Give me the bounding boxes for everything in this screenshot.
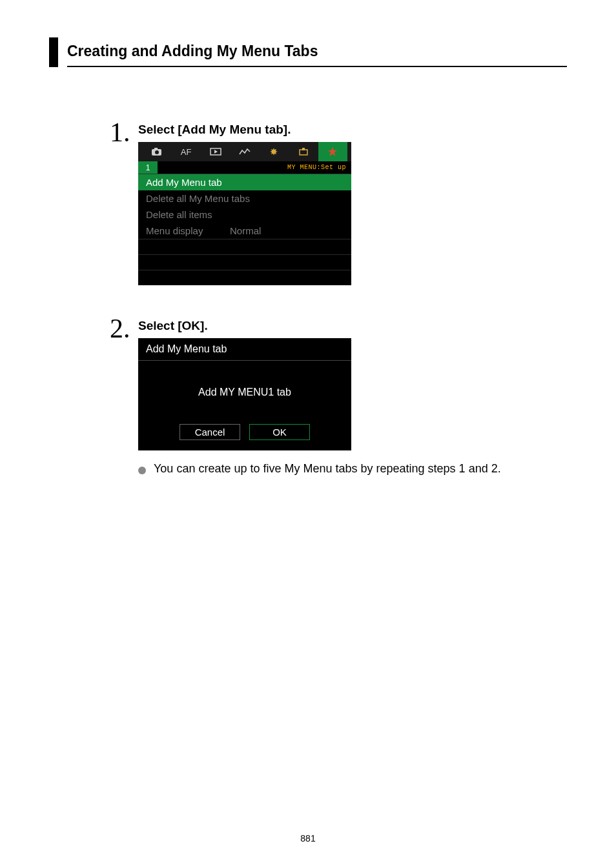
note-text: You can create up to five My Menu tabs b… bbox=[154, 462, 501, 476]
menu-item-label: Delete all My Menu tabs bbox=[146, 193, 344, 204]
custom-tab-icon bbox=[289, 147, 318, 156]
step-2: 2. Select [OK]. Add My Menu tab Add MY M… bbox=[110, 315, 567, 476]
cancel-button: Cancel bbox=[180, 424, 240, 440]
bullet-icon bbox=[138, 467, 146, 474]
step-number: 1. bbox=[110, 119, 138, 146]
ok-button: OK bbox=[249, 424, 310, 440]
camera-menu-screenshot: AF bbox=[138, 142, 351, 285]
menu-item-label: Add My Menu tab bbox=[146, 177, 344, 188]
camera-dialog-screenshot: Add My Menu tab Add MY MENU1 tab Cancel … bbox=[138, 338, 351, 450]
menu-item-label: Menu display bbox=[146, 225, 230, 236]
page-number: 881 bbox=[0, 833, 616, 843]
menu-item-add-my-menu-tab: Add My Menu tab bbox=[138, 174, 351, 190]
dialog-buttons: Cancel OK bbox=[138, 424, 351, 450]
camera-tabbar: AF bbox=[138, 142, 351, 161]
content: 1. Select [Add My Menu tab]. AF bbox=[110, 119, 567, 476]
svg-point-1 bbox=[155, 150, 159, 154]
menu-item-empty bbox=[138, 270, 351, 285]
step-title: Select [OK]. bbox=[138, 319, 567, 333]
menu-item-label: Delete all items bbox=[146, 209, 344, 220]
menu-item-delete-all-items: Delete all items bbox=[138, 207, 351, 223]
af-tab-label: AF bbox=[171, 147, 200, 157]
step-number: 2. bbox=[110, 315, 138, 342]
camera-subtabbar: 1 MY MENU:Set up bbox=[138, 161, 351, 174]
mymenu-tab-icon bbox=[318, 142, 347, 161]
step-title: Select [Add My Menu tab]. bbox=[138, 123, 567, 137]
camera-menu-list: Add My Menu tab Delete all My Menu tabs … bbox=[138, 174, 351, 285]
svg-marker-7 bbox=[328, 147, 337, 156]
step-note: You can create up to five My Menu tabs b… bbox=[138, 462, 567, 476]
setup-tab-icon bbox=[260, 147, 289, 156]
svg-rect-6 bbox=[302, 148, 305, 150]
menu-item-value: Normal bbox=[230, 225, 344, 236]
camera-tab-icon bbox=[142, 147, 171, 156]
subtab-label: MY MENU:Set up bbox=[158, 164, 351, 171]
section-header: Creating and Adding My Menu Tabs bbox=[49, 37, 567, 67]
playback-tab-icon bbox=[201, 148, 230, 156]
page-title: Creating and Adding My Menu Tabs bbox=[67, 37, 567, 67]
network-tab-icon bbox=[230, 148, 259, 156]
dialog-message: Add MY MENU1 tab bbox=[138, 361, 351, 424]
menu-item-menu-display: Menu display Normal bbox=[138, 223, 351, 239]
menu-item-empty bbox=[138, 239, 351, 254]
subtab-index: 1 bbox=[138, 161, 158, 174]
svg-marker-4 bbox=[214, 150, 218, 154]
step-1: 1. Select [Add My Menu tab]. AF bbox=[110, 119, 567, 285]
dialog-header: Add My Menu tab bbox=[138, 338, 351, 361]
title-accent-bar bbox=[49, 37, 58, 67]
menu-item-empty bbox=[138, 254, 351, 270]
svg-rect-5 bbox=[300, 150, 307, 155]
svg-rect-2 bbox=[154, 148, 158, 150]
menu-item-delete-all-tabs: Delete all My Menu tabs bbox=[138, 190, 351, 207]
